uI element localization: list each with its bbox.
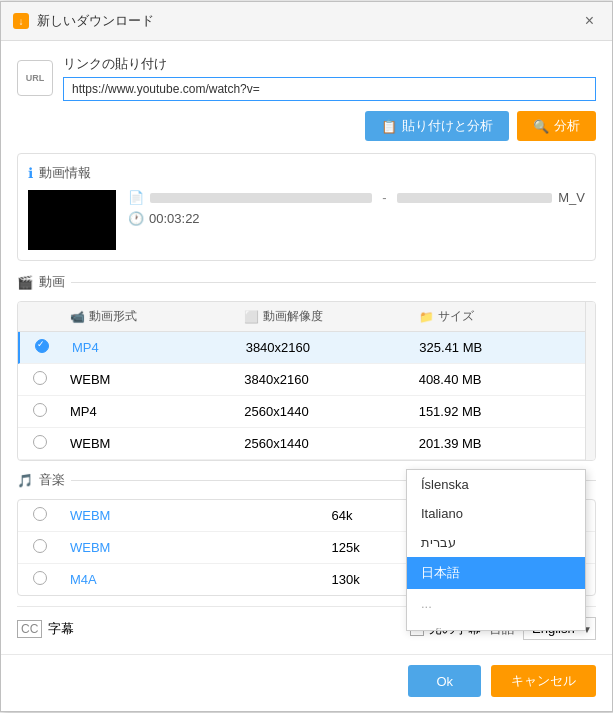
url-section: URL リンクの貼り付け <box>17 55 596 101</box>
music-format-2: M4A <box>62 572 324 587</box>
url-input[interactable] <box>63 77 596 101</box>
size-cell-2: 151.92 MB <box>411 404 585 419</box>
format-header: 📹 動画形式 <box>62 308 236 325</box>
dropdown-item-italiano[interactable]: Italiano <box>407 499 585 528</box>
close-button[interactable]: × <box>579 10 600 32</box>
paste-icon: 📋 <box>381 119 397 134</box>
resolution-cell-1: 3840x2160 <box>236 372 410 387</box>
video-info-section: ℹ 動画情報 📄 - M_V 🕐 00:03:22 <box>17 153 596 261</box>
url-label: リンクの貼り付け <box>63 55 596 73</box>
size-cell-3: 201.39 MB <box>411 436 585 451</box>
scrollbar[interactable] <box>585 302 595 460</box>
video-section-label: 動画 <box>39 273 65 291</box>
video-row-0[interactable]: MP4 3840x2160 325.41 MB <box>18 332 595 364</box>
file-icon: 📄 <box>128 190 144 205</box>
size-header: 📁 サイズ <box>411 308 585 325</box>
video-row-3[interactable]: WEBM 2560x1440 201.39 MB <box>18 428 595 460</box>
info-icon: ℹ <box>28 165 33 181</box>
duration-row: 🕐 00:03:22 <box>128 211 585 226</box>
search-icon: 🔍 <box>533 119 549 134</box>
resolution-cell-2: 2560x1440 <box>236 404 410 419</box>
main-window: ↓ 新しいダウンロード × URL リンクの貼り付け 📋 貼り付けと分析 🔍 分… <box>0 1 613 712</box>
analyze-buttons: 📋 貼り付けと分析 🔍 分析 <box>17 111 596 141</box>
video-table: 📹 動画形式 ⬜ 動画解像度 📁 サイズ MP4 <box>17 301 596 461</box>
title-bar-placeholder <box>150 193 372 203</box>
size-icon: 📁 <box>419 310 434 324</box>
title-bar: ↓ 新しいダウンロード × <box>1 2 612 41</box>
radio-unselected <box>33 371 47 385</box>
resolution-header: ⬜ 動画解像度 <box>236 308 410 325</box>
dropdown-item-other[interactable]: дуficммно <box>407 618 585 630</box>
cc-icon: CC <box>17 620 42 638</box>
format-cell-3: WEBM <box>62 436 236 451</box>
footer-buttons: Ok キャンセル <box>1 654 612 711</box>
format-cell-1: WEBM <box>62 372 236 387</box>
resolution-cell-3: 2560x1440 <box>236 436 410 451</box>
video-section: 🎬 動画 📹 動画形式 ⬜ 動画解像度 📁 <box>17 273 596 461</box>
music-format-1: WEBM <box>62 540 324 555</box>
table-header: 📹 動画形式 ⬜ 動画解像度 📁 サイズ <box>18 302 595 332</box>
format-cell-0: MP4 <box>64 340 238 355</box>
video-row-1[interactable]: WEBM 3840x2160 408.40 MB <box>18 364 595 396</box>
window-title: 新しいダウンロード <box>37 12 154 30</box>
resolution-icon: ⬜ <box>244 310 259 324</box>
radio-unselected <box>33 403 47 417</box>
cancel-button[interactable]: キャンセル <box>491 665 596 697</box>
resolution-cell-0: 3840x2160 <box>238 340 412 355</box>
radio-unselected <box>33 539 47 553</box>
radio-selected <box>35 339 49 353</box>
radio-unselected <box>33 571 47 585</box>
subtitle-label: 字幕 <box>48 620 74 638</box>
video-section-icon: 🎬 <box>17 275 33 290</box>
analyze-button[interactable]: 🔍 分析 <box>517 111 596 141</box>
dropdown-item-islenska[interactable]: Íslenska <box>407 470 585 499</box>
paste-analyze-button[interactable]: 📋 貼り付けと分析 <box>365 111 509 141</box>
music-format-0: WEBM <box>62 508 324 523</box>
size-cell-1: 408.40 MB <box>411 372 585 387</box>
format-icon: 📹 <box>70 310 85 324</box>
music-label: 音楽 <box>39 471 65 489</box>
video-thumbnail <box>28 190 116 250</box>
size-cell-0: 325.41 MB <box>411 340 585 355</box>
dropdown-item-hebrew[interactable]: עברית <box>407 528 585 557</box>
dropdown-item-japanese[interactable]: 日本語 <box>407 557 585 589</box>
url-icon: URL <box>17 60 53 96</box>
info-label: 動画情報 <box>39 164 91 182</box>
app-icon: ↓ <box>13 13 29 29</box>
clock-icon: 🕐 <box>128 211 144 226</box>
radio-unselected <box>33 435 47 449</box>
duration-value: 00:03:22 <box>149 211 200 226</box>
language-dropdown: Íslenska Italiano עברית 日本語 ... дуficммн… <box>406 469 586 631</box>
ok-button[interactable]: Ok <box>408 665 481 697</box>
radio-unselected <box>33 507 47 521</box>
title-suffix: M_V <box>558 190 585 205</box>
music-icon: 🎵 <box>17 473 33 488</box>
title-bar2-placeholder <box>397 193 553 203</box>
format-cell-2: MP4 <box>62 404 236 419</box>
dropdown-item-ellipsis[interactable]: ... <box>407 589 585 618</box>
video-row-2[interactable]: MP4 2560x1440 151.92 MB <box>18 396 595 428</box>
